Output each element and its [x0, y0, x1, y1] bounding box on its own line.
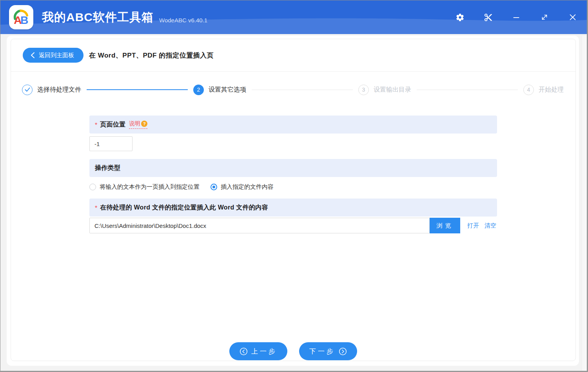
step-indicator: 选择待处理文件 2 设置其它选项 3 设置输出目录 4 开始处理 — [11, 72, 575, 108]
file-path-input[interactable] — [89, 218, 430, 233]
prev-step-label: 上一步 — [251, 347, 277, 356]
radio-selected-icon — [211, 184, 217, 190]
step-output-dir: 3 设置输出目录 — [358, 85, 411, 95]
step-4-label: 开始处理 — [539, 86, 564, 94]
file-links: 打开 清空 — [467, 222, 496, 229]
browse-button[interactable]: 浏览 — [430, 218, 460, 233]
back-button-label: 返回到主面板 — [39, 52, 74, 59]
radio-insert-text-label: 将输入的文本作为一页插入到指定位置 — [100, 183, 200, 191]
step-1-check-icon — [22, 85, 33, 95]
circle-arrow-left-icon — [240, 347, 248, 356]
page-position-help-link[interactable]: 说明 ? — [129, 120, 147, 129]
operation-type-section-header: 操作类型 — [89, 159, 497, 177]
step-connector — [252, 90, 353, 90]
step-start-processing: 4 开始处理 — [523, 85, 564, 95]
step-2-number: 2 — [193, 85, 204, 95]
radio-insert-text-option[interactable]: 将输入的文本作为一页插入到指定位置 — [89, 183, 200, 191]
step-2-label: 设置其它选项 — [209, 86, 246, 94]
main-panel: 返回到主面板 在 Word、PPT、PDF 的指定位置插入页 选择待处理文件 2… — [7, 36, 579, 366]
chevron-left-icon — [31, 52, 35, 58]
settings-icon[interactable] — [455, 13, 465, 22]
next-step-button[interactable]: 下一步 — [299, 342, 357, 360]
help-link-label: 说明 — [129, 120, 140, 127]
step-3-label: 设置输出目录 — [374, 86, 411, 94]
insert-file-label: 在待处理的 Word 文件的指定位置插入此 Word 文件的内容 — [100, 204, 268, 212]
question-mark-icon: ? — [141, 121, 147, 127]
svg-text:B: B — [20, 14, 28, 26]
titlebar-controls — [455, 13, 577, 22]
step-3-number: 3 — [358, 85, 369, 95]
titlebar-inner: A B 我的ABC软件工具箱 WodeABC v6.40.1 — [0, 0, 587, 34]
scrollbar[interactable] — [582, 36, 587, 371]
step-4-number: 4 — [523, 85, 534, 95]
clear-file-link[interactable]: 清空 — [485, 222, 496, 229]
radio-insert-file-label: 插入指定的文件内容 — [221, 183, 274, 191]
titlebar: A B 我的ABC软件工具箱 WodeABC v6.40.1 — [0, 0, 587, 34]
app-window: A B 我的ABC软件工具箱 WodeABC v6.40.1 — [0, 0, 587, 371]
minimize-icon[interactable] — [512, 13, 521, 22]
required-asterisk: * — [95, 122, 97, 129]
wizard-nav: 上一步 下一步 — [11, 342, 575, 360]
page-title: 在 Word、PPT、PDF 的指定位置插入页 — [89, 51, 214, 60]
scissors-icon[interactable] — [483, 13, 493, 22]
options-form: * 页面位置 说明 ? 操作类型 将输入的文本作为一页插入到指定位置 — [89, 116, 497, 233]
page-position-label: 页面位置 — [100, 121, 125, 129]
page-position-section-header: * 页面位置 说明 ? — [89, 116, 497, 134]
page-position-input[interactable] — [89, 136, 132, 151]
maximize-icon[interactable] — [540, 13, 549, 22]
step-connector — [417, 90, 518, 90]
step-connector — [87, 89, 188, 90]
next-step-label: 下一步 — [309, 347, 335, 356]
app-logo-icon: A B — [12, 8, 30, 26]
app-title: 我的ABC软件工具箱 — [42, 9, 154, 25]
radio-insert-file-option[interactable]: 插入指定的文件内容 — [211, 183, 274, 191]
app-version: WodeABC v6.40.1 — [159, 17, 207, 23]
insert-file-row: 浏览 打开 清空 — [89, 218, 497, 233]
back-to-dashboard-button[interactable]: 返回到主面板 — [23, 48, 83, 63]
app-logo: A B — [9, 5, 33, 29]
operation-type-label: 操作类型 — [95, 164, 120, 172]
content-card: 返回到主面板 在 Word、PPT、PDF 的指定位置插入页 选择待处理文件 2… — [11, 39, 576, 361]
header-row: 返回到主面板 在 Word、PPT、PDF 的指定位置插入页 — [11, 39, 575, 72]
prev-step-button[interactable]: 上一步 — [229, 342, 287, 360]
step-1-label: 选择待处理文件 — [37, 86, 81, 94]
step-other-options: 2 设置其它选项 — [193, 85, 246, 95]
circle-arrow-right-icon — [339, 347, 347, 356]
close-icon[interactable] — [568, 13, 577, 22]
open-file-link[interactable]: 打开 — [467, 222, 479, 229]
radio-unselected-icon — [89, 184, 96, 190]
operation-type-options: 将输入的文本作为一页插入到指定位置 插入指定的文件内容 — [89, 183, 497, 191]
step-select-files: 选择待处理文件 — [22, 85, 81, 95]
required-asterisk: * — [95, 205, 97, 212]
insert-file-section-header: * 在待处理的 Word 文件的指定位置插入此 Word 文件的内容 — [89, 199, 497, 217]
